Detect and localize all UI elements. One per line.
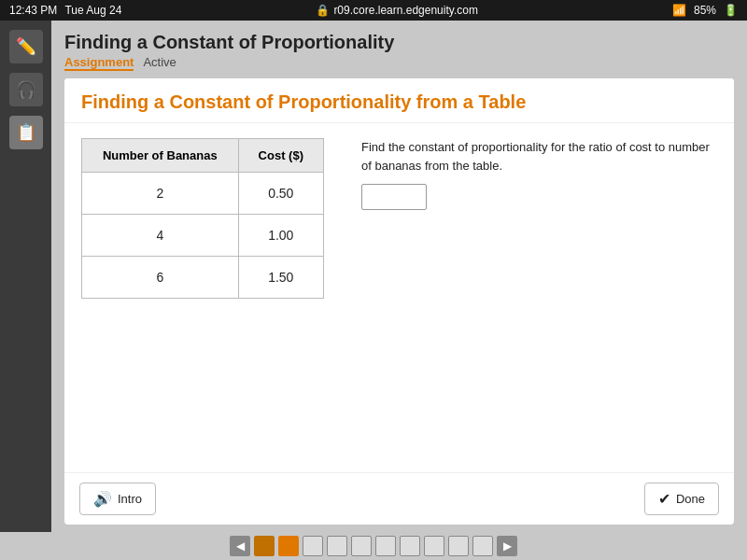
battery: 85% xyxy=(694,4,716,17)
assignment-icon[interactable]: 📋 xyxy=(9,116,43,149)
page-title: Finding a Constant of Proportionality xyxy=(64,32,734,53)
headphones-icon[interactable]: 🎧 xyxy=(9,73,43,106)
card: Finding a Constant of Proportionality fr… xyxy=(64,78,734,525)
sidebar: ✏️ 🎧 📋 xyxy=(0,21,51,532)
table-container: Number of Bananas Cost ($) 2 0.50 4 xyxy=(81,138,324,457)
tab-active[interactable]: Active xyxy=(143,55,176,71)
intro-button[interactable]: 🔊 Intro xyxy=(79,483,156,515)
answer-input[interactable] xyxy=(361,184,427,210)
question-panel: Find the constant of proportionality for… xyxy=(361,138,717,457)
main-container: ✏️ 🎧 📋 Finding a Constant of Proportiona… xyxy=(0,21,747,532)
col-header-cost: Cost ($) xyxy=(238,139,323,173)
done-button[interactable]: ✔ Done xyxy=(644,483,719,515)
nav-dot-5[interactable] xyxy=(351,536,372,556)
page-tabs: Assignment Active xyxy=(64,55,734,71)
tab-assignment[interactable]: Assignment xyxy=(64,55,134,71)
nav-prev-arrow[interactable]: ◀ xyxy=(230,536,250,556)
card-title: Finding a Constant of Proportionality fr… xyxy=(81,91,717,113)
nav-dot-7[interactable] xyxy=(400,536,420,556)
cell-cost-1: 0.50 xyxy=(238,173,323,215)
nav-next-arrow[interactable]: ▶ xyxy=(497,536,517,556)
data-table: Number of Bananas Cost ($) 2 0.50 4 xyxy=(81,138,324,299)
cell-cost-3: 1.50 xyxy=(238,257,323,299)
cell-cost-2: 1.00 xyxy=(238,215,323,257)
content-area: Finding a Constant of Proportionality As… xyxy=(51,21,747,532)
battery-icon: 🔋 xyxy=(724,4,738,17)
status-time: 12:43 PM xyxy=(9,4,57,17)
card-header: Finding a Constant of Proportionality fr… xyxy=(64,78,734,123)
intro-button-label: Intro xyxy=(118,492,142,506)
nav-dot-4[interactable] xyxy=(327,536,347,556)
check-icon: ✔ xyxy=(658,490,670,508)
col-header-bananas: Number of Bananas xyxy=(82,139,239,173)
table-row: 6 1.50 xyxy=(82,257,324,299)
speaker-icon: 🔊 xyxy=(93,490,112,508)
card-footer: 🔊 Intro ✔ Done xyxy=(64,472,734,525)
nav-dot-9[interactable] xyxy=(448,536,469,556)
nav-dot-6[interactable] xyxy=(375,536,396,556)
nav-dot-10[interactable] xyxy=(472,536,493,556)
question-text: Find the constant of proportionality for… xyxy=(361,138,717,175)
nav-dot-1[interactable] xyxy=(254,536,275,556)
nav-dot-3[interactable] xyxy=(303,536,323,556)
nav-dot-2[interactable] xyxy=(278,536,299,556)
wifi-icon: 📶 xyxy=(672,4,686,17)
table-row: 2 0.50 xyxy=(82,173,324,215)
nav-dot-8[interactable] xyxy=(424,536,444,556)
cell-bananas-2: 4 xyxy=(82,215,239,257)
table-row: 4 1.00 xyxy=(82,215,324,257)
bottom-nav: ◀ ▶ xyxy=(0,532,747,560)
status-day: Tue Aug 24 xyxy=(64,4,121,17)
pencil-icon[interactable]: ✏️ xyxy=(9,30,43,63)
status-bar: 12:43 PM Tue Aug 24 🔒 r09.core.learn.edg… xyxy=(0,0,747,21)
page-title-area: Finding a Constant of Proportionality As… xyxy=(64,32,734,71)
done-button-label: Done xyxy=(676,492,705,506)
card-body: Number of Bananas Cost ($) 2 0.50 4 xyxy=(64,123,734,472)
cell-bananas-1: 2 xyxy=(82,173,239,215)
cell-bananas-3: 6 xyxy=(82,257,239,299)
url: r09.core.learn.edgenuity.com xyxy=(333,4,478,17)
lock-icon: 🔒 xyxy=(316,4,330,17)
